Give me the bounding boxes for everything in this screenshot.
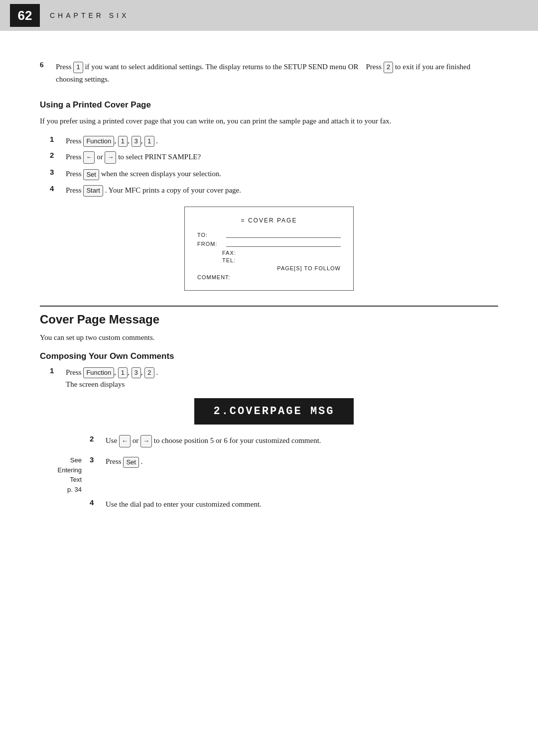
chapter-number: 62 — [10, 4, 40, 27]
cstep2-arrow-left: ← — [119, 435, 131, 447]
composing-heading: Composing Your Own Comments — [40, 351, 498, 361]
cstep3-period: . — [141, 457, 143, 465]
cover-page-message-section: Cover Page Message You can set up two cu… — [40, 306, 498, 515]
header-bar: 62 CHAPTER SIX — [0, 0, 538, 31]
using-printed-cover-intro: If you prefer using a printed cover page… — [40, 115, 498, 127]
composing-step-1: 1 Press Function, 1, 3, 2 . The screen d… — [50, 366, 498, 391]
composing-step-1-number: 1 — [50, 366, 60, 375]
step4-key-start: Start — [83, 185, 103, 196]
step-3-content: Press Set when the screen displays your … — [66, 168, 221, 180]
chapter-label: CHAPTER SIX — [50, 11, 129, 19]
step6-key-1: 1 — [73, 62, 83, 73]
step2-arrow-left: ← — [83, 151, 95, 164]
composing-step-1-content: Press Function, 1, 3, 2 . The screen dis… — [66, 366, 158, 391]
cstep1-note: The screen displays — [66, 380, 125, 388]
cstep2-arrow-right: → — [140, 435, 152, 447]
composing-step-3-row: See Entering Text p. 34 3 Press Set . — [50, 455, 498, 494]
step-2: 2 Press ← or → to select PRINT SAMPLE? — [50, 151, 498, 164]
step-6-block: 6 Press 1 if you want to select addition… — [40, 61, 498, 85]
cstep2-or: or — [133, 436, 140, 444]
using-printed-cover-steps: 1 Press Function, 1, 3, 1 . 2 Press ← or — [50, 135, 498, 197]
cover-from-field: FROM: — [197, 241, 341, 247]
cover-page-message-intro: You can set up two custom comments. — [40, 331, 498, 343]
step-2-number: 2 — [50, 151, 60, 159]
cstep3-key-set: Set — [123, 457, 139, 468]
cover-to-field: TO: — [197, 232, 341, 238]
composing-step-4-content: Use the dial pad to enter your customize… — [106, 498, 262, 510]
step3-key-set: Set — [83, 169, 99, 180]
cover-to-line — [226, 232, 341, 238]
cover-comment: COMMENT: — [197, 274, 341, 280]
margin-note-block: See Entering Text p. 34 — [50, 455, 90, 494]
step6-press1-label: Press — [56, 63, 73, 71]
step1-press: Press — [66, 137, 83, 145]
step2-arrow-right: → — [105, 151, 116, 164]
cstep1-period: . — [156, 368, 158, 376]
step1-key-function: Function — [83, 136, 114, 147]
step-4-content: Press Start . Your MFC prints a copy of … — [66, 184, 241, 197]
step2-press: Press — [66, 153, 83, 161]
composing-steps: 1 Press Function, 1, 3, 2 . The screen d… — [50, 366, 498, 515]
cstep1-key-2: 2 — [144, 367, 154, 378]
lcd-display: 2.COVERPAGE MSG — [194, 398, 354, 425]
cstep1-press: Press — [66, 368, 83, 376]
step2-suffix: to select PRINT SAMPLE? — [118, 153, 201, 161]
cover-page-box-title: = COVER PAGE — [197, 217, 341, 224]
cover-fax-row: FAX: — [222, 250, 341, 256]
composing-step-2: 2 Use ← or → to choose position 5 or 6 f… — [90, 434, 498, 447]
cover-fax-tel-block: FAX: TEL: PAGE[S] TO FOLLOW — [222, 250, 341, 271]
cover-fax-label: FAX: — [222, 250, 236, 256]
cstep1-key-1: 1 — [118, 367, 128, 378]
main-content: 6 Press 1 if you want to select addition… — [0, 31, 538, 541]
composing-step-4-number: 4 — [90, 498, 100, 507]
step-1-content: Press Function, 1, 3, 1 . — [66, 135, 158, 147]
step6-press2-label: Press — [360, 63, 384, 71]
cover-page-message-title: Cover Page Message — [40, 313, 498, 326]
cover-pages-follow: PAGE[S] TO FOLLOW — [222, 265, 341, 271]
margin-entering-text: Entering Text — [50, 465, 82, 485]
margin-see: See — [50, 455, 82, 465]
cstep1-key-3: 3 — [132, 367, 141, 378]
composing-step-4-row: 4 Use the dial pad to enter your customi… — [50, 498, 498, 514]
step3-press: Press — [66, 170, 83, 178]
using-printed-cover-heading: Using a Printed Cover Page — [40, 100, 498, 110]
cover-tel-row: TEL: — [222, 257, 341, 263]
step1-period: . — [156, 137, 158, 145]
step1-key-1b: 1 — [144, 136, 154, 147]
composing-step-3-number: 3 — [90, 455, 100, 464]
margin-page: p. 34 — [50, 485, 82, 495]
step6-text-middle: if you want to select additional setting… — [85, 63, 348, 71]
cstep3-press: Press — [106, 457, 123, 465]
step-6-text: Press 1 if you want to select additional… — [56, 61, 498, 85]
cstep1-key-function: Function — [83, 367, 114, 378]
cover-page-sample-box: = COVER PAGE TO: FROM: FAX: TEL: PAGE[S]… — [184, 207, 354, 291]
cstep2-use: Use — [106, 436, 119, 444]
cstep4-text: Use the dial pad to enter your customize… — [106, 500, 262, 508]
step-6-number: 6 — [40, 61, 50, 85]
composing-step-3: 3 Press Set . — [90, 455, 498, 468]
step1-key-3: 3 — [132, 136, 141, 147]
cover-from-label: FROM: — [197, 241, 222, 247]
composing-step-2-content: Use ← or → to choose position 5 or 6 for… — [106, 434, 321, 447]
step-1: 1 Press Function, 1, 3, 1 . — [50, 135, 498, 147]
composing-step-3-content: Press Set . — [106, 455, 142, 468]
cstep2-suffix: to choose position 5 or 6 for your custo… — [154, 436, 321, 444]
step-1-number: 1 — [50, 135, 60, 143]
step-2-content: Press ← or → to select PRINT SAMPLE? — [66, 151, 201, 164]
step6-key-2: 2 — [384, 62, 393, 73]
step4-press: Press — [66, 186, 83, 194]
composing-step-2-number: 2 — [90, 434, 100, 443]
step1-key-1: 1 — [118, 136, 128, 147]
step-4-number: 4 — [50, 184, 60, 193]
cover-from-line — [226, 241, 341, 247]
cover-tel-label: TEL: — [222, 257, 236, 263]
step4-suffix: . Your MFC prints a copy of your cover p… — [105, 186, 241, 194]
step3-suffix: when the screen displays your selection. — [101, 170, 222, 178]
composing-step-4: 4 Use the dial pad to enter your customi… — [90, 498, 498, 510]
cover-to-label: TO: — [197, 232, 222, 238]
step2-or: or — [97, 153, 105, 161]
composing-step-2-row: 2 Use ← or → to choose position 5 or 6 f… — [50, 434, 498, 451]
step-4: 4 Press Start . Your MFC prints a copy o… — [50, 184, 498, 197]
step-3: 3 Press Set when the screen displays you… — [50, 168, 498, 180]
step-3-number: 3 — [50, 168, 60, 176]
